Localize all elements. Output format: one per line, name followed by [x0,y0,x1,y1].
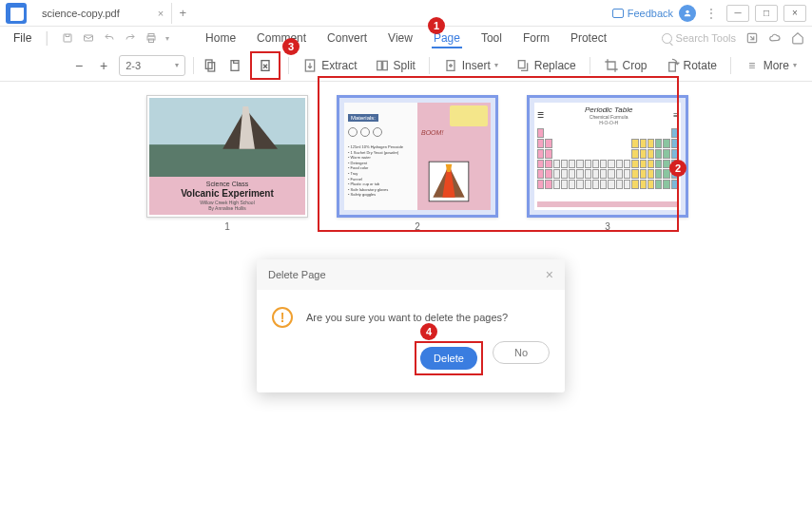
delete-button[interactable]: Delete [420,347,477,370]
dialog-close-button[interactable]: × [546,267,553,282]
save-icon[interactable] [61,32,74,44]
svg-rect-15 [382,61,387,69]
add-tab-button[interactable]: + [172,6,193,20]
file-menu[interactable]: File [8,31,37,45]
insert-button[interactable]: Insert ▾ [437,54,504,77]
tab-comment[interactable]: Comment [255,31,308,45]
document-tab[interactable]: science-copy.pdf × [32,3,172,24]
feedback-link[interactable]: Feedback [612,8,673,19]
svg-rect-19 [149,98,305,144]
svg-rect-20 [149,144,305,177]
svg-rect-1 [64,34,71,42]
thumbnail-1[interactable]: Science Class Volcanic Experiment Willow… [146,95,308,232]
close-tab-icon[interactable]: × [158,8,164,19]
menubar: File | ▾ Home Comment Convert View Page … [0,27,812,49]
search-tools[interactable]: Search Tools [662,32,736,44]
more-button[interactable]: ≡ More ▾ [739,54,802,77]
thumbnail-3[interactable]: ☰ Periodic Table Chemical Formula H-O-O-… [527,95,688,232]
kebab-menu-icon[interactable]: ⋮ [702,7,721,20]
extract-button[interactable]: Extract [297,54,362,77]
tab-view[interactable]: View [386,31,415,45]
page-range-input[interactable]: 2-3 ▾ [119,55,185,76]
warning-icon: ! [272,307,293,328]
tab-title: science-copy.pdf [42,8,120,19]
app-icon [6,3,27,24]
tab-home[interactable]: Home [203,31,238,45]
chevron-down-icon: ▾ [175,61,179,69]
crop-button[interactable]: Crop [598,54,653,77]
annotation-badge-3: 3 [282,38,300,55]
thumbnail-2[interactable]: Materials: • 125ml 10% Hydrogen Peroxide… [337,95,498,232]
maximize-button[interactable]: □ [755,5,778,22]
minimize-button[interactable]: ─ [726,5,749,22]
dialog-title: Delete Page [268,269,326,280]
svg-rect-18 [668,62,675,70]
close-window-button[interactable]: × [783,5,806,22]
page-tool-1[interactable] [201,54,220,77]
print-icon[interactable] [145,32,158,44]
titlebar: science-copy.pdf × + Feedback ⋮ ─ □ × [0,0,812,27]
more-icon: ≡ [744,58,760,73]
user-avatar[interactable] [679,5,696,22]
zoom-in-button[interactable]: + [94,54,113,77]
search-icon [662,33,672,44]
delete-page-dialog: Delete Page × ! Are you sure you want to… [257,259,565,392]
redo-icon[interactable] [124,32,137,44]
annotation-badge-1: 1 [428,17,445,34]
share-icon[interactable] [745,31,759,45]
no-button[interactable]: No [493,341,550,364]
home-icon[interactable] [791,31,804,45]
chevron-down-icon: ▾ [793,61,797,69]
annotation-badge-2: 2 [669,160,686,177]
split-button[interactable]: Split [369,54,421,77]
undo-icon[interactable] [103,32,116,44]
tab-protect[interactable]: Protect [569,31,609,45]
page-tool-2[interactable] [225,54,244,77]
zoom-out-button[interactable]: − [69,54,88,77]
svg-rect-9 [231,60,239,70]
tab-convert[interactable]: Convert [325,31,369,45]
page-toolbar: − + 2-3 ▾ Extract Split Insert ▾ Replace… [0,49,812,82]
dialog-message: Are you sure you want to delete the page… [306,312,508,323]
svg-rect-14 [377,61,381,69]
quick-dropdown-icon[interactable]: ▾ [165,34,169,43]
rotate-button[interactable]: Rotate [659,54,723,77]
tab-tool[interactable]: Tool [479,31,504,45]
cloud-icon[interactable] [768,31,782,45]
feedback-icon [612,9,624,18]
replace-button[interactable]: Replace [510,54,582,77]
svg-rect-17 [518,60,525,67]
delete-page-tool[interactable] [253,54,278,77]
mail-icon[interactable] [82,32,95,44]
svg-point-0 [686,10,688,12]
annotation-badge-4: 4 [420,323,437,340]
chevron-down-icon: ▾ [494,61,498,69]
tab-form[interactable]: Form [521,31,551,45]
